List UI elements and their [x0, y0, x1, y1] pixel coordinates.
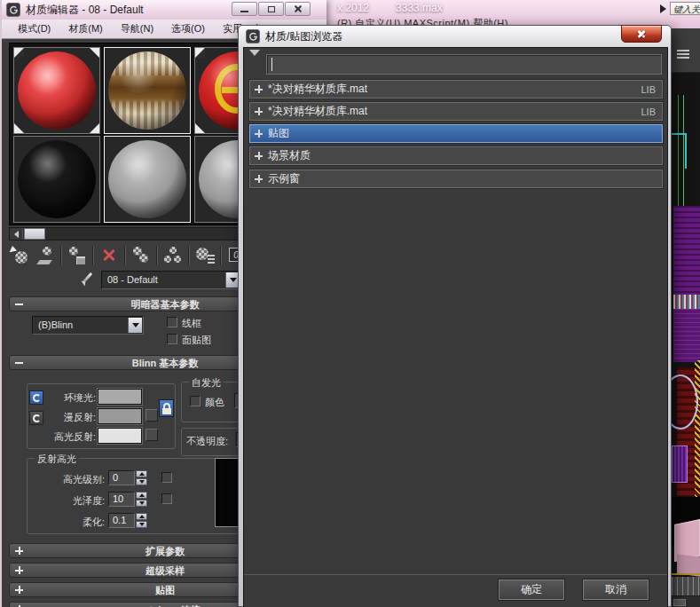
- self-illumination-title: 自发光: [189, 376, 224, 390]
- screen: x 20123333.max 键入关... (R) 自定义(U) MAXScri…: [0, 0, 700, 607]
- max-toolbar-sliver: [672, 28, 700, 73]
- soften-label: 柔化:: [37, 516, 105, 529]
- material-name-dropdown[interactable]: 08 - Default: [101, 271, 241, 289]
- 3dsmax-logo-icon: [246, 29, 260, 43]
- minimize-button[interactable]: [232, 2, 257, 16]
- opacity-label: 不透明度:: [186, 435, 228, 448]
- max-window-title: x 20123333.max: [337, 2, 443, 14]
- collapse-icon: [15, 359, 23, 367]
- glossiness-map-checkbox[interactable]: [161, 493, 172, 504]
- browser-item-maps[interactable]: 贴图: [249, 124, 663, 143]
- viewport-geometry-yellow-zigzag: [695, 360, 700, 502]
- browser-search-row: [249, 53, 662, 75]
- make-unique-icon[interactable]: [161, 244, 185, 267]
- browser-search-input[interactable]: [266, 54, 662, 75]
- expand-arrow-icon[interactable]: [660, 4, 666, 13]
- selfillum-color-label: 颜色: [205, 396, 224, 409]
- selfillum-color-checkbox[interactable]: [190, 396, 201, 406]
- ambient-label: 环境光:: [50, 391, 96, 405]
- browser-close-button[interactable]: [621, 25, 662, 43]
- cancel-button[interactable]: 取消: [583, 579, 649, 600]
- material-editor-title: 材质编辑器 - 08 - Default: [26, 3, 144, 18]
- collapse-icon: [15, 300, 23, 308]
- put-to-library-icon[interactable]: [193, 244, 216, 267]
- menu-material[interactable]: 材质(M): [59, 22, 112, 35]
- pick-material-eyedropper-icon[interactable]: [80, 272, 96, 288]
- viewport-geometry-purple: [673, 309, 700, 362]
- browser-dialog-title: 材质/贴图浏览器: [265, 29, 342, 44]
- soften-field[interactable]: 0.1: [108, 513, 135, 528]
- filter-dropdown-icon[interactable]: [249, 56, 261, 72]
- ambient-diffuse-lock-button[interactable]: [29, 390, 43, 405]
- toolbar-icon: [677, 50, 689, 59]
- reset-map-icon[interactable]: [98, 244, 121, 267]
- diffuse-specular-lock-button[interactable]: [29, 411, 43, 425]
- assign-material-to-selection-icon[interactable]: [66, 244, 89, 267]
- make-material-copy-icon[interactable]: [130, 244, 153, 267]
- browser-dialog-titlebar[interactable]: 材质/贴图浏览器: [239, 26, 671, 47]
- get-material-icon[interactable]: [9, 244, 32, 267]
- browser-item-scene-materials[interactable]: 场景材质: [249, 146, 663, 165]
- sample-slot-2[interactable]: [104, 47, 191, 134]
- expand-icon[interactable]: [255, 175, 263, 183]
- glossiness-field[interactable]: 10: [108, 492, 135, 507]
- shader-type-dropdown[interactable]: (B)Blinn: [32, 316, 144, 335]
- specular-highlights-title: 反射高光: [35, 453, 79, 466]
- expand-icon[interactable]: [255, 152, 263, 160]
- diffuse-color-swatch[interactable]: [98, 408, 142, 424]
- diffuse-map-button[interactable]: [146, 409, 158, 422]
- material-editor-titlebar[interactable]: 材质编辑器 - 08 - Default: [2, 0, 326, 20]
- material-map-browser-dialog: 材质/贴图浏览器 *决对精华材质库.mat LIB *决对精华材质库.mat L…: [238, 25, 672, 607]
- soften-spinner[interactable]: [136, 513, 147, 528]
- scrollbar-thumb[interactable]: [24, 228, 45, 240]
- buttons-separator: [244, 574, 667, 575]
- ok-button[interactable]: 确定: [499, 579, 564, 600]
- viewport-wireframe-cyan-line: [685, 133, 687, 169]
- browser-dialog-body: *决对精华材质库.mat LIB *决对精华材质库.mat LIB 贴图 场景材…: [243, 47, 668, 607]
- lib-badge: LIB: [641, 106, 656, 117]
- viewport-wireframe-cyan-line: [672, 133, 685, 135]
- viewport-strip: [672, 28, 700, 577]
- glossiness-label: 光泽度:: [37, 494, 105, 508]
- menu-mode[interactable]: 模式(D): [9, 22, 59, 35]
- scroll-left-arrow[interactable]: [10, 228, 23, 240]
- diffuse-label: 漫反射:: [50, 411, 96, 424]
- timeline-button[interactable]: [673, 599, 686, 606]
- dropdown-arrow-icon[interactable]: [128, 318, 142, 333]
- menu-navigation[interactable]: 导航(N): [112, 22, 162, 35]
- sample-slot-1[interactable]: [13, 47, 100, 134]
- expand-icon: [15, 586, 23, 594]
- sample-slot-4[interactable]: [13, 136, 100, 223]
- sample-slot-5[interactable]: [104, 136, 191, 223]
- dialog-buttons: 确定 取消: [499, 579, 649, 600]
- wireframe-label: 线框: [182, 317, 201, 330]
- timeline-ticks[interactable]: [672, 577, 700, 596]
- wireframe-checkbox[interactable]: [167, 317, 177, 327]
- close-button[interactable]: [285, 2, 311, 16]
- max-keyword-search-box[interactable]: 键入关...: [670, 2, 700, 15]
- expand-icon[interactable]: [255, 85, 263, 93]
- text-caret: [271, 58, 272, 71]
- specular-level-field[interactable]: 0: [108, 470, 135, 485]
- specular-color-swatch[interactable]: [98, 428, 142, 444]
- color-lock-padlock-button[interactable]: [159, 399, 174, 417]
- material-sphere-wood: [108, 51, 186, 130]
- specular-level-spinner[interactable]: [136, 470, 147, 485]
- facemap-checkbox[interactable]: [167, 334, 177, 344]
- menu-options[interactable]: 选项(O): [162, 22, 214, 35]
- put-material-to-scene-icon[interactable]: [34, 244, 57, 267]
- ambient-color-swatch[interactable]: [98, 389, 142, 405]
- lib-badge: LIB: [641, 84, 656, 95]
- maximize-button[interactable]: [258, 2, 284, 16]
- specular-level-map-checkbox[interactable]: [161, 472, 172, 483]
- browser-item-sample-slots[interactable]: 示例窗: [249, 169, 663, 188]
- glossiness-spinner[interactable]: [136, 492, 147, 507]
- specular-map-button[interactable]: [146, 429, 158, 441]
- browser-item-library-1[interactable]: *决对精华材质库.mat LIB: [249, 80, 663, 99]
- expand-icon[interactable]: [255, 107, 263, 115]
- material-sphere-black: [18, 140, 96, 218]
- viewport-geometry-stripes: [673, 295, 700, 309]
- browser-item-library-2[interactable]: *决对精华材质库.mat LIB: [249, 102, 663, 121]
- material-sphere-gray: [108, 140, 186, 218]
- expand-icon[interactable]: [255, 130, 263, 138]
